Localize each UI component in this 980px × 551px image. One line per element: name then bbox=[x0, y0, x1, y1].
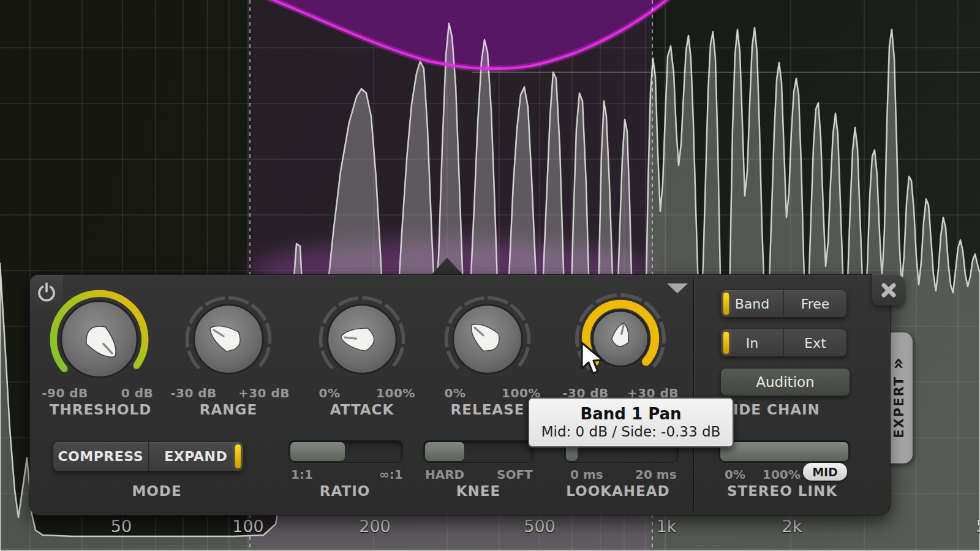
close-icon bbox=[880, 281, 898, 299]
threshold-knob[interactable] bbox=[48, 288, 150, 390]
stereo-link-max-label: 100% bbox=[763, 467, 801, 482]
lookahead-max-label: 20 ms bbox=[635, 467, 677, 482]
knee-max-label: SOFT bbox=[497, 467, 533, 482]
ratio-slider[interactable] bbox=[288, 440, 403, 463]
sidechain-in-button[interactable]: In bbox=[721, 329, 783, 356]
knee-min-label: HARD bbox=[425, 467, 464, 482]
tooltip-title: Band 1 Pan bbox=[580, 405, 681, 423]
threshold-title: THRESHOLD bbox=[36, 402, 165, 418]
sidechain-ext-button[interactable]: Ext bbox=[783, 329, 846, 356]
collapse-chevrons-icon: « bbox=[893, 358, 905, 369]
sidechain-free-button[interactable]: Free bbox=[783, 290, 846, 317]
range-title: RANGE bbox=[164, 402, 293, 418]
panel-pointer-notch bbox=[431, 258, 463, 275]
band-control-panel: -90 dB 0 dB THRESHOLD -30 dB +30 dB RANG… bbox=[29, 274, 891, 515]
mode-selected-indicator bbox=[235, 444, 241, 468]
lookahead-min-label: 0 ms bbox=[570, 467, 603, 482]
release-knob[interactable] bbox=[442, 293, 533, 385]
in-ext-selected-indicator bbox=[723, 332, 729, 354]
sidechain-in-ext-switch: In Ext bbox=[720, 329, 847, 357]
attack-knob[interactable] bbox=[316, 293, 408, 385]
knee-title: KNEE bbox=[411, 483, 546, 499]
band-options-dropdown-icon[interactable] bbox=[667, 283, 688, 293]
stereo-link-slider-fill bbox=[720, 442, 848, 461]
sidechain-band-button[interactable]: Band bbox=[721, 290, 783, 317]
knee-slider[interactable] bbox=[423, 440, 533, 463]
section-divider bbox=[693, 279, 695, 511]
release-min-label: 0% bbox=[421, 386, 489, 400]
band-free-selected-indicator bbox=[723, 293, 729, 315]
attack-min-label: 0% bbox=[296, 386, 363, 400]
knee-slider-fill bbox=[425, 442, 464, 461]
stereo-link-mid-badge[interactable]: MID bbox=[803, 463, 847, 481]
ratio-title: RATIO bbox=[277, 483, 412, 499]
plugin-window: { "colors": { "accent_yellow": "#edbb10"… bbox=[0, 0, 980, 551]
mouse-cursor-icon bbox=[579, 342, 608, 380]
ratio-min-label: 1:1 bbox=[291, 467, 313, 482]
sidechain-band-free-switch: Band Free bbox=[720, 290, 847, 318]
freq-tick-100: 100 bbox=[224, 517, 273, 536]
stereo-link-min-label: 0% bbox=[725, 467, 745, 482]
close-band-panel-button[interactable] bbox=[872, 274, 905, 305]
freq-tick-2k: 2k bbox=[767, 517, 816, 536]
range-knob[interactable] bbox=[183, 293, 274, 385]
expert-tab-label: EXPERT bbox=[892, 376, 907, 438]
tooltip-value: Mid: 0 dB / Side: -0.33 dB bbox=[541, 423, 721, 440]
attack-title: ATTACK bbox=[298, 402, 426, 418]
audition-button[interactable]: Audition bbox=[720, 368, 850, 396]
mode-switch: COMPRESS EXPAND bbox=[53, 441, 244, 471]
ratio-slider-fill bbox=[290, 442, 345, 461]
stereo-link-title: STEREO LINK bbox=[715, 483, 850, 499]
threshold-min-label: -90 dB bbox=[31, 386, 99, 400]
freq-tick-50: 50 bbox=[97, 517, 146, 536]
freq-tick-5k: 5 bbox=[957, 517, 980, 536]
range-min-label: -30 dB bbox=[160, 386, 227, 400]
mode-compress-button[interactable]: COMPRESS bbox=[53, 442, 148, 471]
stereo-link-slider[interactable] bbox=[718, 440, 850, 463]
mode-expand-button[interactable]: EXPAND bbox=[148, 442, 244, 471]
attack-max-label: 100% bbox=[362, 386, 429, 400]
mode-title: MODE bbox=[89, 483, 224, 499]
freq-tick-200: 200 bbox=[350, 517, 399, 536]
value-tooltip: Band 1 Pan Mid: 0 dB / Side: -0.33 dB bbox=[528, 397, 734, 448]
freq-tick-1k: 1k bbox=[642, 517, 691, 536]
ratio-max-label: ∞:1 bbox=[379, 467, 403, 482]
lookahead-title: LOOKAHEAD bbox=[551, 483, 685, 499]
freq-tick-500: 500 bbox=[515, 517, 564, 536]
range-max-label: +30 dB bbox=[230, 386, 298, 400]
